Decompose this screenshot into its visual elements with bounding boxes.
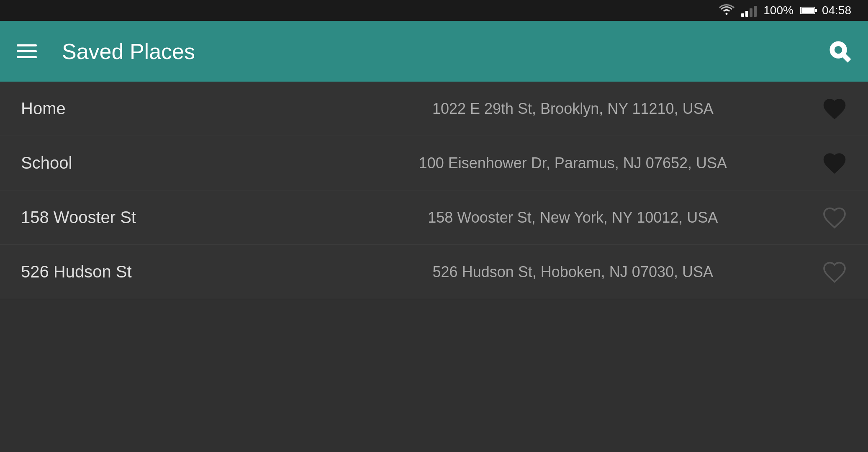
menu-button[interactable]: [17, 44, 37, 58]
list-item[interactable]: 526 Hudson St526 Hudson St, Hoboken, NJ …: [0, 245, 868, 299]
status-icons: 100% 04:58: [719, 3, 851, 18]
place-address: 526 Hudson St, Hoboken, NJ 07030, USA: [336, 263, 809, 281]
list-item[interactable]: 158 Wooster St158 Wooster St, New York, …: [0, 190, 868, 245]
battery-percent: 100%: [763, 4, 794, 17]
list-item[interactable]: School100 Eisenhower Dr, Paramus, NJ 076…: [0, 136, 868, 190]
place-name: 526 Hudson St: [21, 262, 336, 281]
place-name: School: [21, 154, 336, 172]
list-item[interactable]: Home1022 E 29th St, Brooklyn, NY 11210, …: [0, 82, 868, 136]
page-title: Saved Places: [62, 39, 828, 64]
favorite-button[interactable]: [822, 205, 847, 230]
heart-filled-icon: [822, 96, 847, 121]
time-display: 04:58: [822, 4, 851, 17]
battery-icon: [800, 7, 815, 14]
favorite-button[interactable]: [822, 96, 847, 121]
place-address: 100 Eisenhower Dr, Paramus, NJ 07652, US…: [336, 154, 809, 172]
empty-area: [0, 299, 868, 452]
places-list: Home1022 E 29th St, Brooklyn, NY 11210, …: [0, 82, 868, 299]
app-bar: Saved Places: [0, 21, 868, 82]
signal-icon: [741, 4, 757, 17]
favorite-button[interactable]: [822, 259, 847, 285]
search-button[interactable]: [828, 40, 851, 63]
svg-point-0: [832, 44, 845, 56]
search-icon: [828, 40, 851, 63]
heart-filled-icon: [822, 151, 847, 176]
status-bar: 100% 04:58: [0, 0, 868, 21]
place-name: Home: [21, 99, 336, 118]
svg-line-1: [843, 55, 850, 61]
wifi-icon: [719, 3, 734, 18]
place-address: 158 Wooster St, New York, NY 10012, USA: [336, 209, 809, 226]
heart-outline-icon: [822, 205, 847, 230]
favorite-button[interactable]: [822, 151, 847, 176]
place-address: 1022 E 29th St, Brooklyn, NY 11210, USA: [336, 100, 809, 118]
place-name: 158 Wooster St: [21, 208, 336, 227]
heart-outline-icon: [822, 259, 847, 285]
